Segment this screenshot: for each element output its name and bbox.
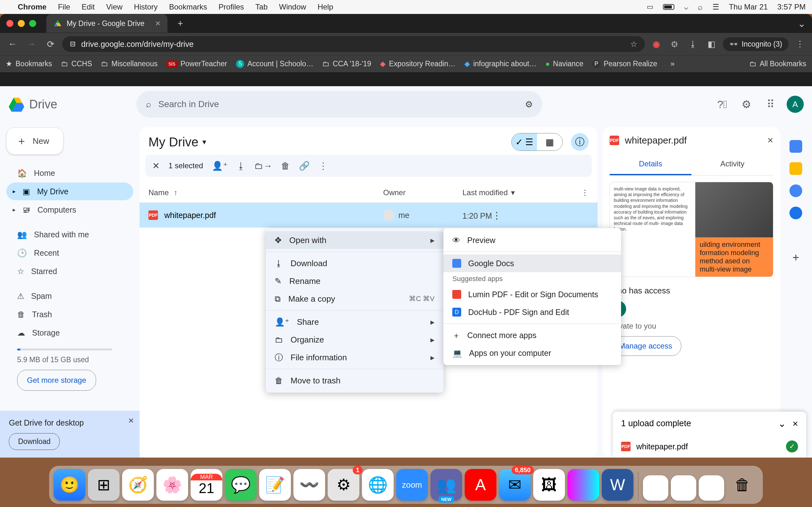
download-icon[interactable]: ⭳ [237,161,246,171]
toggle-details-button[interactable]: ⓘ [571,133,589,151]
help-icon[interactable]: ?⃝ [714,96,730,112]
move-icon[interactable]: 🗀→ [254,161,272,171]
search-bar[interactable]: ⌕ Search in Drive ⚙ [136,91,542,118]
browser-tab[interactable]: My Drive - Google Drive × [46,14,167,33]
upload-item[interactable]: PDF whitepaper.pdf ✓ [613,435,806,458]
dock-preview[interactable]: 🖼 [533,469,565,501]
bookmark-item[interactable]: 🗀CCA '18-'19 [322,60,371,68]
site-info-icon[interactable]: ⊟ [70,40,75,48]
add-addon-icon[interactable]: + [792,251,799,264]
collapse-toast-icon[interactable]: ⌄ [778,418,786,429]
menu-help[interactable]: Help [317,3,333,11]
menu-profiles[interactable]: Profiles [218,3,244,11]
grid-view-button[interactable]: ▦ [537,133,562,151]
sub-apps-computer[interactable]: 💻Apps on your computer [444,344,621,362]
tab-activity[interactable]: Activity [692,154,773,175]
extension-icon[interactable]: ◉ [649,39,663,49]
dock-messages[interactable]: 💬 [225,469,257,501]
app-name[interactable]: Chrome [18,3,47,11]
nav-storage[interactable]: ☁Storage [6,324,133,342]
nav-recent[interactable]: 🕒Recent [6,244,133,262]
search-options-icon[interactable]: ⚙ [525,99,533,110]
menu-view[interactable]: View [106,3,123,11]
settings-icon[interactable]: ⚙ [739,96,754,112]
menu-bookmarks[interactable]: Bookmarks [169,3,207,11]
bookmark-item[interactable]: ◆infographic about… [464,60,537,68]
close-details-icon[interactable]: × [767,134,773,146]
ctx-file-info[interactable]: ⓘFile information▸ [266,349,444,366]
list-view-button[interactable]: ✓ ☰ [512,133,537,151]
bookmark-item[interactable]: ★Bookmarks [6,60,52,68]
ctx-open-with[interactable]: ✥Open with▸ [266,231,444,249]
nav-computers[interactable]: ▸🖳Computers [6,201,133,219]
bookmark-item[interactable]: PPearson Realize [592,60,657,68]
control-center-icon[interactable]: ☰ [712,3,719,11]
downloads-icon[interactable]: ⭳ [686,39,700,49]
col-name[interactable]: Name↑ [148,188,383,197]
dock-safari[interactable]: 🧭 [122,469,154,501]
forward-button[interactable]: → [24,37,39,51]
menu-history[interactable]: History [134,3,158,11]
close-promo-icon[interactable]: × [128,415,134,426]
dock-photos[interactable]: 🌸 [156,469,188,501]
bookmark-item[interactable]: SAccount | Schoolo… [236,60,313,68]
ctx-make-copy[interactable]: ⧉Make a copy⌘C ⌘V [266,290,444,308]
wifi-icon[interactable]: ⌵ [684,3,688,11]
back-button[interactable]: ← [5,37,20,51]
location-title[interactable]: My Drive▾ [148,135,206,149]
dock-settings[interactable]: ⚙1 [328,469,359,501]
bookmark-item[interactable]: ●Naviance [545,60,583,68]
address-bar[interactable]: ⊟ drive.google.com/drive/my-drive ☆ [62,36,645,52]
menu-file[interactable]: File [58,3,70,11]
get-storage-button[interactable]: Get more storage [17,370,96,391]
dock-freeform[interactable]: 〰️ [293,469,325,501]
all-bookmarks-button[interactable]: 🗀All Bookmarks [749,60,806,68]
ctx-download[interactable]: ⭳Download [266,255,444,272]
reload-button[interactable]: ⟳ [43,37,58,51]
ctx-trash[interactable]: 🗑Move to trash [266,372,444,389]
col-owner[interactable]: Owner [383,188,462,197]
ctx-share[interactable]: 👤⁺Share▸ [266,313,444,331]
close-toast-icon[interactable]: × [792,418,798,429]
dock-chrome[interactable]: 🌐 [362,469,394,501]
extensions-icon[interactable]: ⯐ [668,39,681,49]
nav-my-drive[interactable]: ▸▣My Drive [6,182,133,200]
new-tab-button[interactable]: + [177,18,183,29]
dock-launchpad[interactable]: ⊞ [88,469,119,501]
dock-teams[interactable]: 👥NEW [430,469,462,501]
more-actions-icon[interactable]: ⋮ [319,161,328,171]
sidepanel-icon[interactable]: ◧ [705,39,718,49]
battery-icon[interactable] [663,4,674,10]
file-row[interactable]: PDFwhitepaper.pdf me 1:20 PM⋮ [140,203,598,228]
contacts-addon-icon[interactable] [790,207,802,219]
tasks-addon-icon[interactable] [790,184,802,197]
nav-home[interactable]: 🏠Home [6,164,133,182]
nav-shared[interactable]: 👥Shared with me [6,226,133,243]
sub-lumin[interactable]: Lumin PDF - Edit or Sign Documents [444,285,621,303]
dock-recent[interactable] [699,475,724,501]
ctx-rename[interactable]: ✎Rename [266,272,444,290]
link-icon[interactable]: 🔗 [299,161,310,171]
bookmarks-overflow-icon[interactable]: » [670,60,675,68]
dock-recent[interactable] [671,475,696,501]
file-preview[interactable]: multi-view image data is explored, aimin… [610,182,773,277]
tab-overflow-icon[interactable]: ⌄ [798,18,812,29]
clear-selection-icon[interactable]: ✕ [152,161,159,171]
bookmark-item[interactable]: 🗀Miscellaneous [101,60,158,68]
menu-edit[interactable]: Edit [82,3,95,11]
nav-spam[interactable]: ⚠Spam [6,287,133,305]
menu-tab[interactable]: Tab [255,3,268,11]
spotlight-icon[interactable]: ⌕ [698,2,703,12]
incognito-badge[interactable]: 👓 Incognito (3) [723,38,789,51]
dock-calendar[interactable]: MAR21 [191,469,222,501]
expand-icon[interactable]: ▸ [13,188,15,195]
dock-acrobat[interactable]: A [465,469,496,501]
dock-trash[interactable]: 🗑 [727,469,758,501]
minimize-window[interactable] [18,20,25,27]
sub-connect-apps[interactable]: ＋Connect more apps [444,326,621,344]
dock-recent[interactable] [643,475,668,501]
ctx-organize[interactable]: 🗀Organize▸ [266,331,444,349]
expand-icon[interactable]: ▸ [13,206,15,213]
sub-dochub[interactable]: DDocHub - PDF Sign and Edit [444,303,621,321]
delete-icon[interactable]: 🗑 [281,161,290,171]
